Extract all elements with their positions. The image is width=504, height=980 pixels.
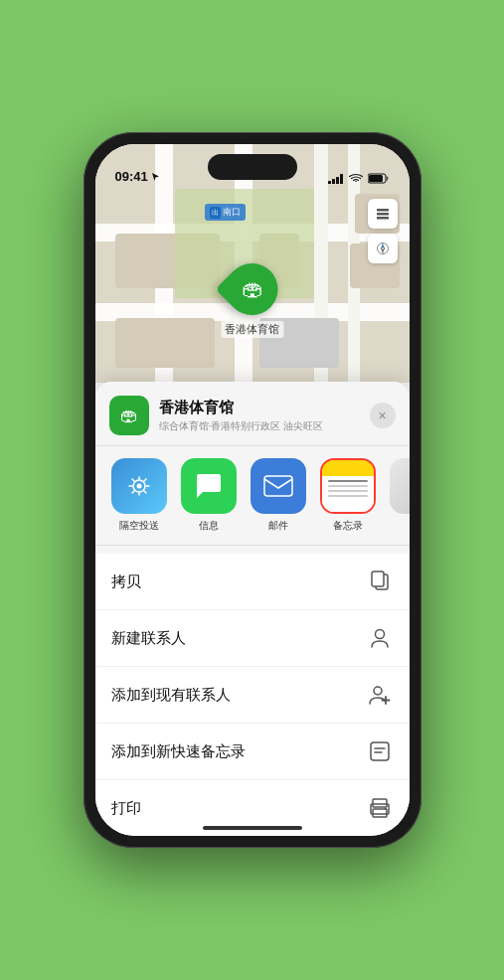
venue-name: 香港体育馆: [159, 399, 370, 417]
svg-rect-20: [373, 809, 387, 817]
action-new-contact[interactable]: 新建联系人: [95, 610, 410, 667]
map-exit-label: 出 南口: [205, 204, 246, 221]
svg-rect-6: [377, 209, 389, 212]
phone-screen: 09:41: [95, 144, 410, 836]
notes-label: 备忘录: [333, 519, 363, 533]
add-note-label: 添加到新快速备忘录: [111, 742, 246, 761]
action-copy[interactable]: 拷贝: [95, 554, 410, 610]
svg-rect-2: [336, 177, 339, 184]
note-icon: [366, 737, 394, 765]
copy-label: 拷贝: [111, 572, 141, 591]
pin-label: 香港体育馆: [221, 321, 283, 338]
status-icons: [328, 173, 390, 184]
print-icon: [366, 794, 394, 822]
message-label: 信息: [199, 519, 219, 533]
svg-point-16: [375, 630, 384, 639]
svg-point-17: [374, 687, 382, 695]
svg-point-12: [136, 484, 141, 489]
action-add-note[interactable]: 添加到新快速备忘录: [95, 724, 410, 780]
person-icon: [366, 624, 394, 652]
signal-icon: [328, 174, 344, 184]
svg-point-21: [385, 808, 387, 810]
person-plus-svg-icon: [369, 684, 391, 706]
share-item-message[interactable]: 信息: [179, 458, 239, 533]
print-svg-icon: [369, 798, 391, 818]
copy-svg-icon: [370, 571, 390, 592]
battery-icon: [368, 173, 390, 184]
phone-frame: 09:41: [84, 132, 421, 848]
share-item-more[interactable]: 推: [388, 458, 410, 533]
mail-icon-wrap[interactable]: [251, 458, 306, 514]
svg-rect-7: [377, 213, 389, 216]
venue-subtitle: 综合体育馆·香港特别行政区 油尖旺区: [159, 419, 370, 433]
action-add-existing[interactable]: 添加到现有联系人: [95, 667, 410, 724]
layers-icon: [375, 206, 391, 222]
copy-icon: [366, 568, 394, 595]
venue-info: 香港体育馆 综合体育馆·香港特别行政区 油尖旺区: [159, 399, 370, 433]
svg-rect-15: [372, 572, 384, 586]
share-item-notes[interactable]: 备忘录: [318, 458, 378, 533]
new-contact-label: 新建联系人: [111, 629, 186, 648]
map-layers-button[interactable]: [368, 199, 398, 229]
svg-rect-19: [373, 799, 387, 807]
location-pin: 🏟 香港体育馆: [221, 263, 283, 338]
share-item-mail[interactable]: 邮件: [249, 458, 308, 533]
svg-rect-13: [264, 476, 292, 496]
svg-rect-0: [328, 181, 331, 184]
share-item-airdrop[interactable]: 隔空投送: [109, 458, 169, 533]
home-indicator: [203, 826, 302, 830]
svg-rect-3: [340, 174, 343, 184]
bottom-sheet: 🏟 香港体育馆 综合体育馆·香港特别行政区 油尖旺区 ×: [95, 382, 410, 836]
notes-icon-wrap[interactable]: [320, 458, 376, 514]
print-label: 打印: [111, 799, 141, 818]
svg-rect-1: [332, 179, 335, 184]
svg-rect-18: [371, 742, 389, 760]
svg-rect-8: [377, 217, 389, 220]
compass-icon: [376, 242, 390, 255]
airdrop-icon: [124, 471, 154, 501]
action-list: 拷贝 新建联系人: [95, 554, 410, 836]
add-existing-label: 添加到现有联系人: [111, 686, 231, 705]
venue-icon: 🏟: [109, 396, 149, 435]
close-button[interactable]: ×: [370, 403, 396, 428]
airdrop-icon-wrap[interactable]: [111, 458, 167, 514]
wifi-icon: [349, 173, 363, 184]
svg-rect-5: [369, 175, 383, 182]
share-scroll[interactable]: 隔空投送 信息: [95, 446, 410, 546]
location-button[interactable]: [368, 234, 398, 263]
location-arrow-icon: [151, 172, 160, 182]
mail-label: 邮件: [268, 519, 288, 533]
dynamic-island: [208, 154, 297, 180]
more-icon-wrap[interactable]: [390, 458, 410, 514]
status-time: 09:41: [115, 169, 160, 184]
person-plus-icon: [366, 681, 394, 709]
sheet-header: 🏟 香港体育馆 综合体育馆·香港特别行政区 油尖旺区 ×: [95, 396, 410, 446]
time-display: 09:41: [115, 169, 148, 184]
message-icon: [193, 470, 225, 502]
mail-icon: [262, 474, 294, 498]
message-icon-wrap[interactable]: [181, 458, 237, 514]
map-controls: [368, 199, 398, 263]
airdrop-label: 隔空投送: [119, 519, 159, 533]
person-svg-icon: [370, 627, 390, 649]
note-svg-icon: [370, 741, 390, 761]
svg-point-9: [381, 247, 384, 250]
